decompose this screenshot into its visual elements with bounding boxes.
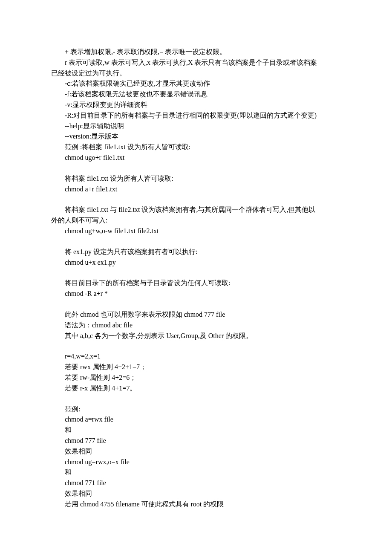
text-line: chmod -R a+r * [51,289,341,299]
blank-line [51,341,341,351]
text-line: 将档案 file1.txt 设为所有人皆可读取: [51,173,341,184]
blank-line [51,268,341,278]
text-line: chmod ug=rwx,o=x file [51,457,341,468]
blank-line [51,194,341,205]
text-line: -R:对目前目录下的所有档案与子目录进行相同的权限变更(即以递回的方式逐个变更) [51,110,341,121]
text-line: 外的人则不可写入: [51,215,341,226]
text-line: r=4,w=2,x=1 [51,351,341,362]
text-line: chmod u+x ex1.py [51,257,341,268]
blank-line [51,163,341,173]
text-line: --help:显示辅助说明 [51,121,341,132]
text-line: chmod ug+w,o-w file1.txt file2.txt [51,226,341,237]
text-line: -c:若该档案权限确实已经更改,才显示其更改动作 [51,78,341,89]
text-line: 若要 rw-属性则 4+2=6； [51,373,341,383]
text-line: r 表示可读取,w 表示可写入,x 表示可执行,X 表示只有当该档案是个子目录或… [51,58,341,68]
text-line: 将 ex1.py 设定为只有该档案拥有者可以执行: [51,247,341,257]
blank-line [51,394,341,404]
text-line: 语法为：chmod abc file [51,320,341,331]
text-line: 将档案 file1.txt 与 file2.txt 设为该档案拥有者,与其所属同… [51,205,341,215]
text-line: -v:显示权限变更的详细资料 [51,100,341,110]
text-line: 将目前目录下的所有档案与子目录皆设为任何人可读取: [51,278,341,289]
text-line: 若用 chmod 4755 filename 可使此程式具有 root 的权限 [51,499,341,510]
blank-line [51,237,341,247]
text-line: 范例: [51,404,341,415]
text-line: chmod a+r file1.txt [51,184,341,195]
text-line: chmod 771 file [51,478,341,489]
document-body: + 表示增加权限,- 表示取消权限,= 表示唯一设定权限。r 表示可读取,w 表… [51,47,341,509]
text-line: 其中 a,b,c 各为一个数字,分别表示 User,Group,及 Other … [51,331,341,341]
text-line: 此外 chmod 也可以用数字来表示权限如 chmod 777 file [51,309,341,320]
text-line: 若要 r-x 属性则 4+1=7。 [51,383,341,394]
text-line: 范例 :将档案 file1.txt 设为所有人皆可读取: [51,142,341,153]
blank-line [51,299,341,309]
text-line: -f:若该档案权限无法被更改也不要显示错误讯息 [51,89,341,100]
text-line: 效果相同 [51,446,341,457]
text-line: 效果相同 [51,489,341,499]
text-line: --version:显示版本 [51,131,341,142]
text-line: 若要 rwx 属性则 4+2+1=7； [51,362,341,373]
text-line: 已经被设定过为可执行。 [51,68,341,79]
text-line: 和 [51,425,341,436]
text-line: + 表示增加权限,- 表示取消权限,= 表示唯一设定权限。 [51,47,341,58]
text-line: chmod 777 file [51,436,341,446]
text-line: chmod ugo+r file1.txt [51,153,341,163]
text-line: chmod a=rwx file [51,414,341,425]
text-line: 和 [51,467,341,478]
